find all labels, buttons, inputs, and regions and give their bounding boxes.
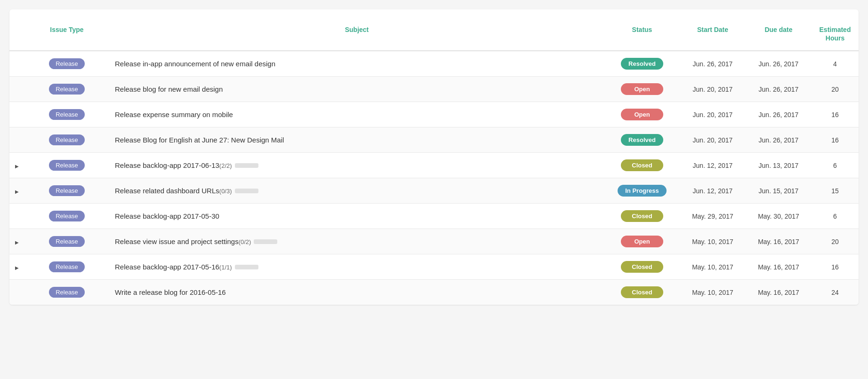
- table-row: ReleaseRelease backlog-app 2017-05-30Clo…: [9, 203, 859, 229]
- issue-type-cell: Release: [24, 203, 109, 229]
- start-date-text: Jun. 26, 2017: [693, 60, 733, 68]
- hours-text: 6: [833, 162, 837, 169]
- due-date-text: Jun. 13, 2017: [759, 162, 799, 169]
- status-badge: In Progress: [618, 185, 667, 197]
- table-row: ▶ReleaseRelease backlog-app 2017-06-13 (…: [9, 152, 859, 178]
- col-header-status: Status: [604, 9, 680, 51]
- hours-cell: 4: [812, 51, 859, 77]
- hours-text: 20: [831, 86, 839, 93]
- status-cell: Open: [604, 102, 680, 127]
- status-cell: Closed: [604, 203, 680, 229]
- expand-cell: [9, 51, 24, 77]
- expand-cell[interactable]: ▶: [9, 229, 24, 254]
- status-cell: Closed: [604, 152, 680, 178]
- release-badge: Release: [49, 287, 85, 298]
- table-body: ReleaseRelease in-app announcement of ne…: [9, 51, 859, 305]
- hours-cell: 24: [812, 279, 859, 305]
- due-date-text: May. 16, 2017: [758, 238, 799, 245]
- subject-cell: Release backlog-app 2017-05-16 (1/1): [109, 254, 604, 279]
- status-badge: Open: [621, 109, 663, 120]
- expand-cell: [9, 127, 24, 152]
- expand-cell: [9, 203, 24, 229]
- subject-text: Release blog for new email design: [115, 85, 223, 93]
- due-date-cell: Jun. 15, 2017: [746, 178, 812, 203]
- issue-type-cell: Release: [24, 102, 109, 127]
- sub-info: (2/2): [219, 162, 258, 169]
- expand-arrow-icon[interactable]: ▶: [15, 189, 19, 194]
- subject-text: Release backlog-app 2017-06-13: [115, 161, 219, 169]
- col-header-subject: Subject: [109, 9, 604, 51]
- start-date-cell: Jun. 20, 2017: [680, 127, 746, 152]
- subject-text: Release related dashboard URLs: [115, 187, 219, 195]
- due-date-cell: May. 16, 2017: [746, 279, 812, 305]
- issue-type-cell: Release: [24, 254, 109, 279]
- subject-cell: Write a release blog for 2016-05-16: [109, 279, 604, 305]
- hours-text: 20: [831, 238, 839, 245]
- issue-type-cell: Release: [24, 279, 109, 305]
- status-badge: Resolved: [621, 134, 663, 146]
- status-cell: Resolved: [604, 127, 680, 152]
- start-date-text: May. 10, 2017: [692, 263, 733, 271]
- hours-text: 16: [831, 111, 839, 118]
- expand-cell[interactable]: ▶: [9, 152, 24, 178]
- status-cell: Closed: [604, 254, 680, 279]
- start-date-cell: Jun. 12, 2017: [680, 152, 746, 178]
- subject-cell: Release related dashboard URLs (0/3): [109, 178, 604, 203]
- start-date-text: Jun. 20, 2017: [693, 136, 733, 144]
- hours-text: 16: [831, 263, 839, 271]
- progress-bar-container: [235, 163, 258, 168]
- hours-text: 6: [833, 213, 837, 220]
- table-row: ReleaseRelease in-app announcement of ne…: [9, 51, 859, 77]
- status-badge: Closed: [621, 159, 663, 171]
- start-date-cell: May. 10, 2017: [680, 279, 746, 305]
- start-date-cell: May. 10, 2017: [680, 254, 746, 279]
- hours-cell: 6: [812, 152, 859, 178]
- status-badge: Resolved: [621, 58, 663, 70]
- due-date-text: Jun. 26, 2017: [759, 86, 799, 93]
- start-date-cell: Jun. 26, 2017: [680, 51, 746, 77]
- expand-cell[interactable]: ▶: [9, 178, 24, 203]
- subject-text: Release in-app announcement of new email…: [115, 60, 275, 68]
- expand-arrow-icon[interactable]: ▶: [15, 240, 19, 245]
- status-cell: Closed: [604, 279, 680, 305]
- expand-cell: [9, 279, 24, 305]
- progress-bar-container: [235, 189, 258, 193]
- issues-table: Issue Type Subject Status Start Date Due…: [9, 9, 859, 305]
- due-date-cell: Jun. 26, 2017: [746, 127, 812, 152]
- expand-arrow-icon[interactable]: ▶: [15, 265, 19, 270]
- issue-type-cell: Release: [24, 51, 109, 77]
- start-date-cell: Jun. 20, 2017: [680, 76, 746, 102]
- due-date-text: May. 30, 2017: [758, 213, 799, 220]
- due-date-cell: Jun. 13, 2017: [746, 152, 812, 178]
- subject-cell: Release view issue and project settings …: [109, 229, 604, 254]
- due-date-text: May. 16, 2017: [758, 263, 799, 271]
- table-header-row: Issue Type Subject Status Start Date Due…: [9, 9, 859, 51]
- expand-arrow-icon[interactable]: ▶: [15, 164, 19, 169]
- release-badge: Release: [49, 185, 85, 196]
- hours-text: 16: [831, 136, 839, 144]
- subject-text: Write a release blog for 2016-05-16: [115, 288, 226, 296]
- subject-text: Release Blog for English at June 27: New…: [115, 136, 284, 144]
- hours-cell: 6: [812, 203, 859, 229]
- subject-cell: Release backlog-app 2017-06-13 (2/2): [109, 152, 604, 178]
- issue-type-cell: Release: [24, 127, 109, 152]
- due-date-cell: Jun. 26, 2017: [746, 102, 812, 127]
- subject-text: Release backlog-app 2017-05-16: [115, 263, 219, 271]
- progress-bar-container: [254, 239, 277, 244]
- issue-type-cell: Release: [24, 229, 109, 254]
- subject-text: Release view issue and project settings: [115, 237, 239, 245]
- due-date-cell: Jun. 26, 2017: [746, 51, 812, 77]
- sub-info: (1/1): [219, 264, 258, 271]
- expand-cell: [9, 76, 24, 102]
- hours-cell: 16: [812, 102, 859, 127]
- expand-cell[interactable]: ▶: [9, 254, 24, 279]
- hours-cell: 15: [812, 178, 859, 203]
- hours-text: 24: [831, 289, 839, 296]
- due-date-text: Jun. 26, 2017: [759, 111, 799, 118]
- sub-info-count: (0/3): [219, 188, 232, 195]
- subject-cell: Release expense summary on mobile: [109, 102, 604, 127]
- status-cell: Open: [604, 229, 680, 254]
- subject-cell: Release blog for new email design: [109, 76, 604, 102]
- release-badge: Release: [49, 261, 85, 272]
- issue-type-cell: Release: [24, 178, 109, 203]
